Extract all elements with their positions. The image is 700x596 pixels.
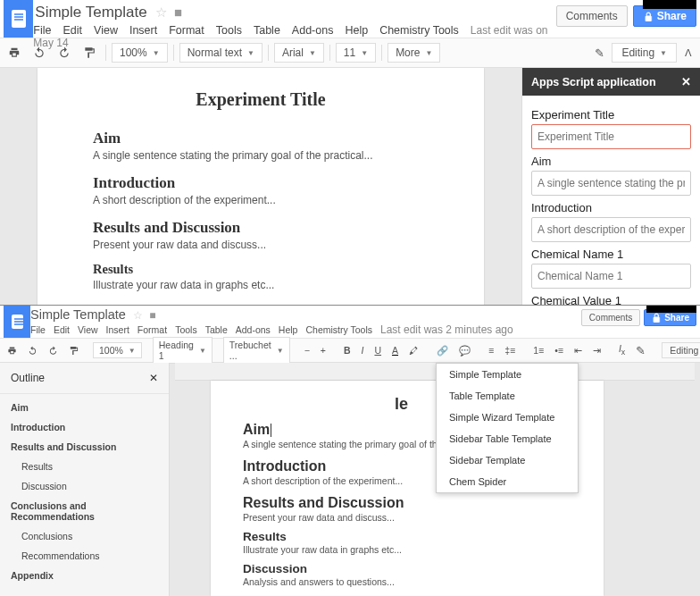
font-combo[interactable]: Trebuchet ...▼ (223, 337, 290, 364)
undo-icon[interactable] (24, 343, 41, 358)
comments-button[interactable]: Comments (581, 309, 640, 326)
star-icon[interactable]: ☆ (155, 4, 167, 20)
section-body[interactable]: Present your raw data and discuss... (243, 512, 571, 523)
last-edit-time[interactable]: Last edit was 2 minutes ago (380, 323, 513, 336)
menu-edit[interactable]: Edit (54, 324, 70, 335)
paint-format-icon[interactable] (65, 343, 82, 358)
field-input-aim[interactable] (531, 171, 691, 196)
document-canvas[interactable]: AimA single sentence stating the primary… (170, 363, 700, 596)
clear-format-icon[interactable]: Ix (615, 341, 629, 358)
section-body[interactable]: Present your raw data and discuss... (93, 239, 429, 251)
menu-help[interactable]: Help (279, 324, 298, 335)
menu-add-ons[interactable]: Add-ons (292, 24, 334, 37)
outline-item[interactable]: Aim (0, 398, 169, 417)
field-input-chemical-name-1[interactable] (531, 264, 691, 289)
menu-edit[interactable]: Edit (63, 24, 83, 37)
ruler[interactable] (175, 363, 695, 381)
align-icon[interactable]: ≡ (485, 343, 497, 357)
section-body[interactable]: A short description of the experiment... (93, 194, 429, 206)
dropdown-item[interactable]: Sidebar Table Template (437, 428, 578, 449)
font-size-minus[interactable]: − (301, 343, 313, 357)
menu-file[interactable]: File (33, 24, 51, 37)
bold-icon[interactable]: B (340, 343, 354, 357)
doc-title[interactable]: Simple Template (33, 4, 148, 21)
editing-mode-button[interactable]: Editing▼ (612, 43, 677, 63)
print-icon[interactable] (4, 343, 21, 358)
docs-logo[interactable] (4, 306, 30, 338)
field-input-introduction[interactable] (531, 217, 691, 242)
section-heading[interactable]: Discussion (243, 562, 571, 575)
outline-item[interactable]: Results and Discussion (0, 437, 169, 457)
text-color-icon[interactable]: A (388, 343, 402, 357)
editing-mode-button[interactable]: Editing▼ (662, 342, 700, 358)
section-heading[interactable]: Results and Discussion (93, 219, 429, 237)
docs-logo[interactable] (4, 0, 33, 38)
menu-insert[interactable]: Insert (106, 324, 129, 335)
italic-icon[interactable]: I (358, 343, 368, 357)
section-heading[interactable]: Introduction (93, 174, 429, 192)
dropdown-item[interactable]: Simple Template (437, 364, 578, 385)
menu-tools[interactable]: Tools (216, 24, 242, 37)
zoom-combo[interactable]: 100%▼ (112, 43, 168, 63)
section-heading[interactable]: Aim (93, 130, 429, 147)
document-canvas[interactable]: Experiment Title AimA single sentence st… (0, 68, 521, 305)
menu-view[interactable]: View (94, 24, 118, 37)
menu-table[interactable]: Table (205, 324, 228, 335)
dropdown-item[interactable]: Chem Spider (437, 471, 578, 492)
font-size-combo[interactable]: 11▼ (336, 43, 376, 63)
dropdown-item[interactable]: Table Template (437, 385, 578, 407)
paragraph-style-combo[interactable]: Heading 1▼ (153, 337, 212, 364)
paint-format-icon[interactable] (79, 43, 100, 63)
section-body[interactable]: Illustrate your raw data in graphs etc..… (93, 279, 429, 291)
highlight-icon[interactable]: 🖍 (405, 343, 422, 357)
numbered-list-icon[interactable]: 1≡ (529, 343, 547, 357)
menu-chemistry-tools[interactable]: Chemistry Tools (379, 24, 459, 37)
menu-insert[interactable]: Insert (129, 24, 157, 37)
menu-view[interactable]: View (78, 324, 98, 335)
outline-item[interactable]: Conclusions and Recommendations (0, 496, 169, 526)
font-size-plus[interactable]: + (317, 343, 329, 357)
bullet-list-icon[interactable]: •≡ (551, 343, 567, 357)
menu-tools[interactable]: Tools (175, 324, 197, 335)
field-input-experiment-title[interactable] (531, 124, 691, 149)
menu-format[interactable]: Format (169, 24, 204, 37)
outline-item[interactable]: Appendix (0, 566, 169, 585)
folder-icon[interactable]: ■ (174, 4, 182, 20)
section-heading[interactable]: Results (93, 262, 429, 277)
line-spacing-icon[interactable]: ‡≡ (501, 343, 519, 357)
section-heading[interactable]: Results and Discussion (243, 495, 571, 511)
section-body[interactable]: Illustrate your raw data in graphs etc..… (243, 544, 571, 555)
dropdown-item[interactable]: Simple Wizard Template (437, 407, 578, 428)
redo-icon[interactable] (54, 43, 75, 63)
outline-item[interactable]: Conclusions (0, 526, 169, 546)
menu-help[interactable]: Help (345, 24, 368, 37)
section-heading[interactable]: Results (243, 530, 571, 543)
close-icon[interactable]: ✕ (149, 372, 158, 384)
folder-icon[interactable]: ■ (149, 309, 155, 322)
comment-icon[interactable]: 💬 (455, 343, 474, 358)
comments-button[interactable]: Comments (556, 5, 628, 27)
outline-item[interactable]: Discussion (0, 476, 169, 496)
section-body[interactable]: Analysis and answers to questions... (243, 576, 571, 587)
collapse-toolbar-icon[interactable]: ᐱ (680, 44, 696, 63)
menu-add-ons[interactable]: Add-ons (236, 324, 271, 335)
more-combo[interactable]: More▼ (388, 43, 440, 63)
menu-table[interactable]: Table (254, 24, 280, 37)
redo-icon[interactable] (45, 343, 62, 358)
dropdown-item[interactable]: Sidebar Template (437, 449, 578, 471)
zoom-combo[interactable]: 100%▼ (93, 342, 142, 358)
font-combo[interactable]: Arial▼ (274, 43, 324, 63)
print-icon[interactable] (4, 43, 25, 63)
outline-item[interactable]: Results (0, 457, 169, 476)
indent-icon[interactable]: ⇥ (589, 343, 604, 357)
link-icon[interactable]: 🔗 (433, 343, 452, 358)
star-icon[interactable]: ☆ (133, 309, 143, 322)
menu-format[interactable]: Format (138, 324, 167, 335)
menu-chemistry-tools[interactable]: Chemistry Tools (305, 324, 372, 335)
outdent-icon[interactable]: ⇤ (571, 343, 586, 357)
close-icon[interactable]: ✕ (681, 75, 691, 88)
doc-heading-title[interactable]: Experiment Title (93, 89, 429, 110)
paragraph-style-combo[interactable]: Normal text▼ (179, 43, 262, 63)
doc-title[interactable]: Simple Template (30, 307, 126, 322)
undo-icon[interactable] (29, 43, 50, 63)
